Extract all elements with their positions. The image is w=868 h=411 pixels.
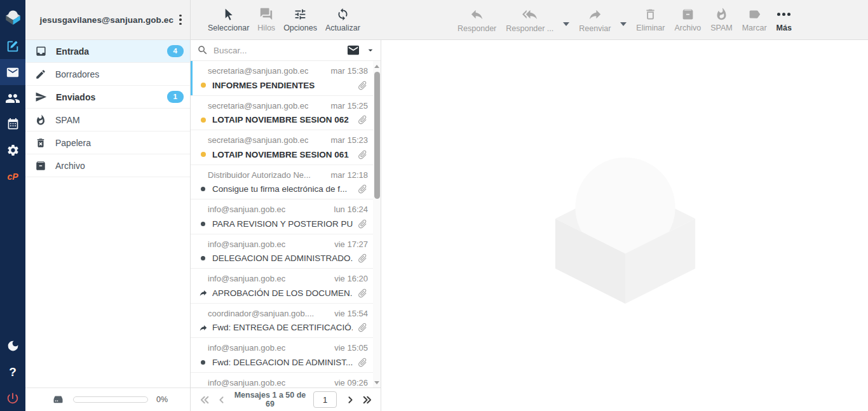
message-time: vie 17:27	[334, 239, 368, 249]
forward-button[interactable]: Reenviar	[579, 7, 611, 33]
message-time: vie 09:26	[334, 378, 368, 387]
folder-item-spam[interactable]: SPAM	[25, 109, 190, 131]
folder-label: SPAM	[55, 115, 80, 125]
options-button[interactable]: Opciones	[283, 8, 317, 32]
contacts-icon[interactable]	[0, 85, 25, 111]
message-row[interactable]: info@sanjuan.gob.ecvie 15:05 Fwd: DELEGA…	[191, 338, 373, 373]
scrollbar-down-arrow[interactable]	[373, 379, 381, 386]
calendar-icon[interactable]	[0, 111, 25, 137]
message-sender: info@sanjuan.gob.ec	[208, 205, 285, 214]
settings-gear-icon[interactable]	[0, 137, 25, 163]
search-scope-envelope-icon[interactable]	[346, 44, 360, 56]
message-sender: info@sanjuan.gob.ec	[208, 274, 285, 283]
message-subject: LOTAIP NOVIEMBRE SESION 062	[212, 115, 353, 125]
message-time: vie 15:54	[334, 309, 368, 318]
search-options-chevron-down-icon[interactable]	[365, 45, 376, 55]
message-row[interactable]: info@sanjuan.gob.ecvie 09:26	[191, 373, 373, 388]
compose-icon[interactable]	[0, 33, 25, 59]
message-row[interactable]: coordinador@sanjuan.gob....vie 15:54 Fwd…	[191, 304, 373, 339]
message-row[interactable]: secretaria@sanjuan.gob.ecmar 15:25 LOTAI…	[191, 96, 373, 131]
message-status-icon	[198, 360, 208, 365]
attachment-paperclip-icon	[355, 285, 370, 300]
message-row[interactable]: info@sanjuan.gob.ecvie 17:27 DELEGACION …	[191, 234, 373, 269]
message-status-icon	[198, 118, 208, 123]
cpanel-icon[interactable]: cP	[0, 163, 25, 189]
reply-icon	[470, 7, 484, 22]
message-sender: Distribuidor Autorizado Ne...	[208, 170, 311, 180]
first-page-button[interactable]	[196, 391, 213, 408]
message-time: vie 16:20	[334, 274, 368, 283]
roundcube-logo-icon	[0, 0, 25, 33]
folder-label: Archivo	[55, 161, 85, 171]
pagination-bar: Mensajes 1 a 50 de 69	[191, 387, 381, 411]
message-row[interactable]: info@sanjuan.gob.eclun 16:24 PARA REVISI…	[191, 199, 373, 234]
refresh-button[interactable]: Actualizar	[325, 8, 360, 32]
forward-icon	[588, 7, 602, 22]
message-row[interactable]: secretaria@sanjuan.gob.ecmar 15:38 INFOR…	[191, 61, 373, 96]
threads-button[interactable]: Hilos	[257, 7, 275, 32]
toolbar-list-actions: Seleccionar Hilos Opciones Actualizar	[191, 0, 381, 39]
last-page-button[interactable]	[358, 391, 375, 408]
next-page-button[interactable]	[342, 391, 358, 408]
sliders-icon	[294, 8, 307, 21]
account-header: jesusgavilanes@sanjuan.gob.ec	[25, 0, 190, 40]
folder-item-papelera[interactable]: Papelera	[25, 131, 190, 154]
logout-power-icon[interactable]	[0, 385, 25, 411]
help-icon[interactable]: ?	[0, 359, 25, 385]
more-button[interactable]: Más	[776, 7, 792, 32]
message-sender: info@sanjuan.gob.ec	[208, 239, 285, 249]
search-input[interactable]	[214, 46, 341, 55]
reply-button[interactable]: Responder	[458, 7, 496, 33]
mark-button[interactable]: Marcar	[742, 8, 767, 32]
archive-button[interactable]: Archivo	[674, 8, 701, 32]
message-list-column: secretaria@sanjuan.gob.ecmar 15:38 INFOR…	[191, 40, 381, 387]
roundcube-watermark-logo	[550, 147, 700, 306]
attachment-paperclip-icon	[355, 250, 370, 266]
cursor-arrow-icon	[222, 8, 235, 21]
message-subject: APROBACIÓN DE LOS DOCUMEN...	[212, 288, 353, 298]
folder-label: Entrada	[56, 46, 89, 57]
search-bar	[191, 40, 381, 61]
dark-mode-moon-icon[interactable]	[0, 333, 25, 359]
mail-icon[interactable]	[0, 59, 25, 85]
scrollbar-thumb[interactable]	[374, 72, 380, 199]
page-number-input[interactable]	[313, 391, 337, 408]
message-status-icon	[198, 222, 208, 226]
previous-page-button[interactable]	[213, 391, 229, 408]
double-chevron-left-icon	[199, 394, 211, 406]
attachment-paperclip-icon	[355, 320, 370, 335]
pencil-icon	[35, 69, 46, 80]
chat-bubbles-icon	[259, 7, 273, 21]
message-row[interactable]: info@sanjuan.gob.ecvie 16:20 APROBACIÓN …	[191, 269, 373, 304]
spam-button[interactable]: SPAM	[710, 8, 733, 32]
reply-all-dropdown-caret[interactable]	[563, 22, 569, 26]
delete-button[interactable]: Eliminar	[636, 8, 665, 32]
message-subject: LOTAIP NOVIEMBRE SESION 061	[212, 150, 353, 159]
toolbar: Seleccionar Hilos Opciones Actualizar	[191, 0, 868, 40]
folder-label: Enviados	[56, 92, 95, 102]
reply-all-icon	[522, 7, 537, 22]
message-status-icon	[198, 256, 208, 260]
message-time: lun 16:24	[334, 205, 369, 214]
attachment-paperclip-icon	[355, 147, 370, 162]
message-row[interactable]: secretaria@sanjuan.gob.ecmar 15:23 LOTAI…	[191, 130, 373, 165]
folder-item-entrada[interactable]: Entrada 4	[25, 40, 190, 63]
tag-icon	[748, 8, 761, 21]
double-chevron-right-icon	[361, 394, 373, 406]
account-menu-kebab-icon[interactable]	[173, 10, 187, 29]
more-dots-icon	[777, 7, 790, 21]
reply-all-button[interactable]: Responder ...	[506, 7, 553, 33]
forward-dropdown-caret[interactable]	[620, 22, 627, 26]
scrollbar-up-arrow[interactable]	[373, 62, 381, 70]
message-status-forwarded-icon	[198, 288, 208, 297]
folder-item-borradores[interactable]: Borradores	[25, 63, 190, 86]
chevron-right-icon	[345, 394, 356, 405]
message-row[interactable]: Distribuidor Autorizado Ne...mar 12:18 C…	[191, 165, 373, 200]
list-scrollbar[interactable]	[373, 61, 381, 387]
content-pane	[382, 41, 868, 411]
folder-item-enviados[interactable]: Enviados 1	[25, 86, 190, 109]
select-button[interactable]: Seleccionar	[208, 8, 249, 32]
inbox-icon	[35, 45, 47, 57]
quota-progress-bar	[73, 396, 148, 403]
folder-item-archivo[interactable]: Archivo	[25, 154, 190, 177]
